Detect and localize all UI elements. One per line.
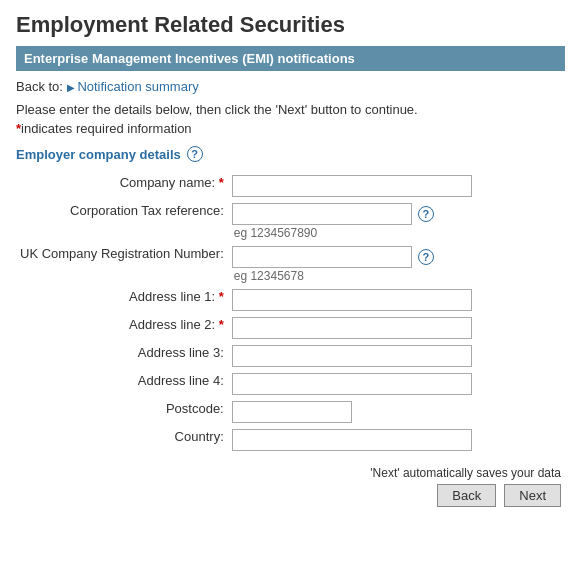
back-button[interactable]: Back	[437, 484, 496, 507]
country-input[interactable]	[232, 429, 472, 451]
employer-section-label: Employer company details	[16, 147, 181, 162]
address2-input-cell	[228, 314, 565, 342]
company-name-input[interactable]	[232, 175, 472, 197]
back-to: Back to: Notification summary	[16, 79, 565, 94]
corp-tax-label: Corporation Tax reference:	[16, 200, 228, 243]
instructions: Please enter the details below, then cli…	[16, 102, 565, 117]
postcode-label: Postcode:	[16, 398, 228, 426]
company-name-input-cell	[228, 172, 565, 200]
page-title: Employment Related Securities	[16, 12, 565, 38]
address3-input-cell	[228, 342, 565, 370]
postcode-input-cell	[228, 398, 565, 426]
address1-input[interactable]	[232, 289, 472, 311]
address1-label: Address line 1: *	[16, 286, 228, 314]
employer-help-icon[interactable]: ?	[187, 146, 203, 162]
back-to-link[interactable]: Notification summary	[67, 79, 199, 94]
address1-row: Address line 1: *	[16, 286, 565, 314]
autosave-note: 'Next' automatically saves your data	[16, 466, 565, 480]
back-to-label: Back to:	[16, 79, 63, 94]
address1-input-cell	[228, 286, 565, 314]
next-button[interactable]: Next	[504, 484, 561, 507]
country-label: Country:	[16, 426, 228, 454]
country-row: Country:	[16, 426, 565, 454]
address2-row: Address line 2: *	[16, 314, 565, 342]
corp-tax-row: Corporation Tax reference: ? eg 12345678…	[16, 200, 565, 243]
uk-reg-label: UK Company Registration Number:	[16, 243, 228, 286]
required-note: *indicates required information	[16, 121, 565, 136]
required-note-text: indicates required information	[21, 121, 192, 136]
employer-section-header: Employer company details ?	[16, 146, 565, 162]
form-table: Company name: * Corporation Tax referenc…	[16, 172, 565, 454]
uk-reg-input-cell: ? eg 12345678	[228, 243, 565, 286]
corp-tax-input-cell: ? eg 1234567890	[228, 200, 565, 243]
uk-reg-help-icon[interactable]: ?	[418, 249, 434, 265]
address2-label: Address line 2: *	[16, 314, 228, 342]
address3-row: Address line 3:	[16, 342, 565, 370]
address3-label: Address line 3:	[16, 342, 228, 370]
address1-required: *	[219, 289, 224, 304]
footer-area: 'Next' automatically saves your data Bac…	[16, 466, 565, 507]
corp-tax-help-icon[interactable]: ?	[418, 206, 434, 222]
button-row: Back Next	[16, 484, 565, 507]
address2-input[interactable]	[232, 317, 472, 339]
postcode-row: Postcode:	[16, 398, 565, 426]
address4-row: Address line 4:	[16, 370, 565, 398]
address2-required: *	[219, 317, 224, 332]
uk-reg-row: UK Company Registration Number: ? eg 123…	[16, 243, 565, 286]
postcode-input[interactable]	[232, 401, 352, 423]
corp-tax-input[interactable]	[232, 203, 412, 225]
corp-tax-hint: eg 1234567890	[232, 225, 561, 240]
company-name-row: Company name: *	[16, 172, 565, 200]
section-header: Enterprise Management Incentives (EMI) n…	[16, 46, 565, 71]
address4-label: Address line 4:	[16, 370, 228, 398]
uk-reg-hint: eg 12345678	[232, 268, 561, 283]
page-wrapper: Employment Related Securities Enterprise…	[0, 0, 581, 523]
address4-input[interactable]	[232, 373, 472, 395]
company-name-required: *	[219, 175, 224, 190]
country-input-cell	[228, 426, 565, 454]
uk-reg-input[interactable]	[232, 246, 412, 268]
company-name-label: Company name: *	[16, 172, 228, 200]
address3-input[interactable]	[232, 345, 472, 367]
address4-input-cell	[228, 370, 565, 398]
